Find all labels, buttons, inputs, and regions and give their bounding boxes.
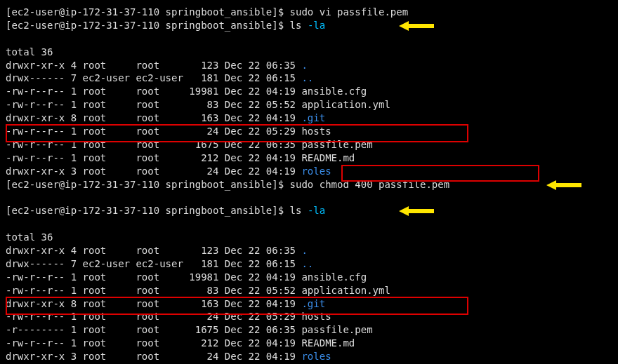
file-row: -rw-r--r-- 1 root root 19981 Dec 22 04:1… <box>6 271 612 284</box>
file-meta: -rw-r--r-- 1 root root 1675 Dec 22 06:35 <box>6 139 301 150</box>
file-meta: drwx------ 7 ec2-user ec2-user 181 Dec 2… <box>6 72 301 83</box>
file-row: -r-------- 1 root root 1675 Dec 22 06:35… <box>6 323 612 337</box>
command-text: sudo vi passfile.pem <box>290 6 409 18</box>
file-name: ansible.cfg <box>301 86 367 97</box>
prompt-line-4[interactable]: [ec2-user@ip-172-31-37-110 springboot_an… <box>6 204 612 231</box>
file-row: drwxr-xr-x 4 root root 123 Dec 22 06:35 … <box>6 244 612 257</box>
file-row: -rw-r--r-- 1 root root 83 Dec 22 05:52 a… <box>6 98 612 112</box>
prompt: [ec2-user@ip-172-31-37-110 springboot_an… <box>6 179 290 190</box>
file-row: drwxr-xr-x 8 root root 163 Dec 22 04:19 … <box>6 112 612 125</box>
prompt-line-1[interactable]: [ec2-user@ip-172-31-37-110 springboot_an… <box>6 6 612 19</box>
file-row: -rw-r--r-- 1 root root 24 Dec 22 05:29 h… <box>6 125 612 138</box>
command-text: ls <box>290 20 308 31</box>
file-meta: -rw-r--r-- 1 root root 83 Dec 22 05:52 <box>6 285 301 296</box>
file-meta: drwxr-xr-x 8 root root 163 Dec 22 04:19 <box>6 112 301 123</box>
file-row: -rw-r--r-- 1 root root 24 Dec 22 05:29 h… <box>6 310 612 323</box>
terminal-output: [ec2-user@ip-172-31-37-110 springboot_an… <box>6 6 612 364</box>
file-meta: drwxr-xr-x 3 root root 24 Dec 22 04:19 <box>6 351 301 362</box>
svg-marker-2 <box>399 206 434 216</box>
command-text: ls <box>290 205 308 216</box>
file-name: .git <box>301 298 325 309</box>
file-meta: drwxr-xr-x 4 root root 123 Dec 22 06:35 <box>6 60 301 71</box>
total-line: total 36 <box>6 231 612 244</box>
file-name: hosts <box>301 126 331 137</box>
file-meta: drwxr-xr-x 4 root root 123 Dec 22 06:35 <box>6 245 301 256</box>
file-name: . <box>301 245 307 256</box>
total-line: total 36 <box>6 46 612 59</box>
file-meta: drwxr-xr-x 3 root root 24 Dec 22 04:19 <box>6 166 301 177</box>
file-meta: -rw-r--r-- 1 root root 24 Dec 22 05:29 <box>6 126 301 137</box>
arrow-annotation <box>399 205 434 217</box>
file-row: drwxr-xr-x 8 root root 163 Dec 22 04:19 … <box>6 297 612 311</box>
file-name: passfile.pem <box>301 324 372 335</box>
file-meta: -rw-r--r-- 1 root root 19981 Dec 22 04:1… <box>6 271 301 283</box>
file-row: -rw-r--r-- 1 root root 1675 Dec 22 06:35… <box>6 138 612 151</box>
file-meta: -rw-r--r-- 1 root root 24 Dec 22 05:29 <box>6 311 301 322</box>
file-row: -rw-r--r-- 1 root root 212 Dec 22 04:19 … <box>6 151 612 165</box>
file-name: application.yml <box>301 99 390 110</box>
prompt: [ec2-user@ip-172-31-37-110 springboot_an… <box>6 20 290 31</box>
file-name: hosts <box>301 311 331 322</box>
file-meta: drwxr-xr-x 8 root root 163 Dec 22 04:19 <box>6 298 301 309</box>
prompt: [ec2-user@ip-172-31-37-110 springboot_an… <box>6 205 290 216</box>
prompt-line-3[interactable]: [ec2-user@ip-172-31-37-110 springboot_an… <box>6 178 612 205</box>
file-meta: -rw-r--r-- 1 root root 83 Dec 22 05:52 <box>6 99 301 110</box>
prompt-line-2[interactable]: [ec2-user@ip-172-31-37-110 springboot_an… <box>6 19 612 46</box>
file-meta: -rw-r--r-- 1 root root 212 Dec 22 04:19 <box>6 152 301 163</box>
file-row: drwxr-xr-x 4 root root 123 Dec 22 06:35 … <box>6 59 612 72</box>
file-row: drwx------ 7 ec2-user ec2-user 181 Dec 2… <box>6 257 612 271</box>
file-name: .. <box>301 258 313 269</box>
prompt: [ec2-user@ip-172-31-37-110 springboot_an… <box>6 6 290 18</box>
arrow-annotation <box>399 20 434 32</box>
command-text: sudo chmod 400 passfile.pem <box>290 179 450 190</box>
svg-marker-0 <box>399 21 434 31</box>
file-name: roles <box>301 166 331 177</box>
file-name: README.md <box>301 337 355 349</box>
ls-output-2: drwxr-xr-x 4 root root 123 Dec 22 06:35 … <box>6 244 612 363</box>
file-name: README.md <box>301 152 355 163</box>
svg-marker-1 <box>546 180 581 190</box>
file-name: passfile.pem <box>301 139 372 150</box>
command-arg: -la <box>308 20 325 31</box>
file-meta: drwx------ 7 ec2-user ec2-user 181 Dec 2… <box>6 258 301 269</box>
file-row: -rw-r--r-- 1 root root 212 Dec 22 04:19 … <box>6 337 612 350</box>
file-row: drwxr-xr-x 3 root root 24 Dec 22 04:19 r… <box>6 165 612 178</box>
file-meta: -r-------- 1 root root 1675 Dec 22 06:35 <box>6 324 301 335</box>
file-name: .. <box>301 72 313 83</box>
ls-output-1: drwxr-xr-x 4 root root 123 Dec 22 06:35 … <box>6 59 612 178</box>
file-name: ansible.cfg <box>301 271 367 283</box>
file-row: -rw-r--r-- 1 root root 83 Dec 22 05:52 a… <box>6 284 612 297</box>
file-row: drwxr-xr-x 3 root root 24 Dec 22 04:19 r… <box>6 350 612 363</box>
file-meta: -rw-r--r-- 1 root root 19981 Dec 22 04:1… <box>6 86 301 97</box>
command-arg: -la <box>308 205 325 216</box>
file-name: . <box>301 60 307 71</box>
arrow-annotation <box>546 180 581 191</box>
file-name: application.yml <box>301 285 390 296</box>
file-name: roles <box>301 351 331 362</box>
file-row: drwx------ 7 ec2-user ec2-user 181 Dec 2… <box>6 72 612 85</box>
file-row: -rw-r--r-- 1 root root 19981 Dec 22 04:1… <box>6 85 612 98</box>
file-meta: -rw-r--r-- 1 root root 212 Dec 22 04:19 <box>6 337 301 349</box>
file-name: .git <box>301 112 325 123</box>
